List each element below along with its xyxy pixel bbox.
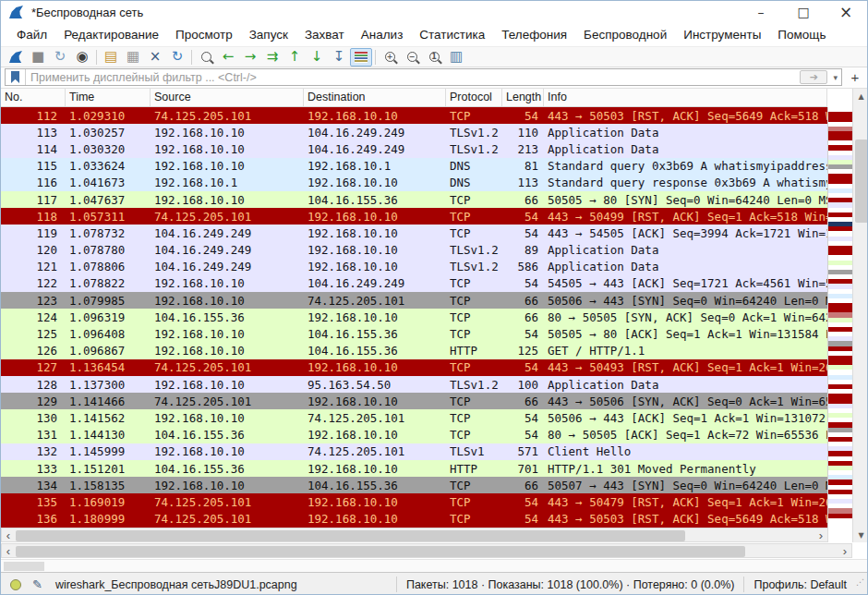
packet-row[interactable]: 1151.033624192.168.10.10192.168.10.1DNS8… [1,158,827,175]
packet-row[interactable]: 1321.145999192.168.10.1074.125.205.101TL… [1,443,827,460]
capture-options-icon[interactable]: ◉ [71,48,93,67]
go-to-packet-icon[interactable]: ⇉ [261,48,283,67]
menu-item-7[interactable]: Телефония [493,25,575,44]
packet-row[interactable]: 1351.16901974.125.205.101192.168.10.10TC… [1,493,827,510]
zoom-original-icon[interactable]: 1 [423,48,445,67]
packet-row[interactable]: 1231.079985192.168.10.1074.125.205.101TC… [1,292,827,309]
packet-row[interactable]: 1211.078806104.16.249.249192.168.10.10TL… [1,259,827,275]
packet-row[interactable]: 1361.18099974.125.205.101192.168.10.10TC… [1,511,827,528]
cell-time: 1.078780 [66,243,151,257]
vertical-scrollbar[interactable]: ▲ ▼ [852,89,868,542]
menu-item-0[interactable]: Файл [8,25,55,44]
filter-dropdown-caret[interactable]: ▾ [829,73,841,82]
minimize-button[interactable]: – [740,1,782,23]
horizontal-scroll-thumb[interactable] [16,546,745,557]
cell-dst: 104.16.155.36 [304,344,446,358]
save-file-icon[interactable]: ▦ [122,48,144,67]
packet-row[interactable]: 1121.02931074.125.205.101192.168.10.10TC… [1,107,827,124]
packet-row[interactable]: 1171.047637192.168.10.10104.16.155.36TCP… [1,191,827,208]
zoom-in-icon[interactable]: + [379,48,401,67]
cell-src: 74.125.205.101 [151,360,304,374]
cell-info: 50507 → 443 [SYN] Seq=0 Win=64240 Len=0 … [544,479,827,492]
capture-comment-icon[interactable]: ✎ [32,577,42,591]
packet-row[interactable]: 1281.137300192.168.10.1095.163.54.50TLSv… [1,376,827,393]
open-file-icon[interactable]: ▤ [100,48,122,67]
maximize-button[interactable]: □ [782,1,825,23]
find-packet-icon[interactable] [195,48,217,67]
resize-columns-icon[interactable]: ▥ [445,48,467,67]
scroll-right-arrow[interactable]: › [814,528,827,541]
packet-row[interactable]: 1261.096867192.168.10.10104.16.155.36HTT… [1,343,827,359]
packet-minimap-scrollbar[interactable] [827,107,852,528]
packet-row[interactable]: 1271.13645474.125.205.101192.168.10.10TC… [1,359,827,376]
autoscroll-icon[interactable]: ↧ [328,48,350,67]
go-forward-icon[interactable]: → [239,48,261,67]
column-header-length[interactable]: Length [502,89,544,106]
vertical-scroll-thumb[interactable] [855,140,868,223]
menu-item-5[interactable]: Анализ [353,25,412,44]
scroll-left-arrow[interactable]: ‹ [2,544,15,557]
scroll-down-arrow[interactable]: ▼ [853,528,868,542]
column-header-no[interactable]: No. [1,89,66,106]
cell-dst: 192.168.10.10 [304,243,446,257]
stop-capture-icon[interactable]: ■ [27,48,49,67]
menu-item-9[interactable]: Инструменты [675,25,769,44]
close-button[interactable]: × [825,1,867,23]
profile-selector[interactable]: Профиль: Default [744,577,856,593]
colorize-icon[interactable] [350,48,372,67]
packet-row[interactable]: 1301.141562192.168.10.1074.125.205.101TC… [1,409,827,426]
packet-row[interactable]: 1141.030320192.168.10.10104.16.249.249TL… [1,140,827,157]
menu-item-3[interactable]: Запуск [241,25,296,44]
scroll-left-arrow[interactable]: ‹ [2,528,15,541]
horizontal-scrollbar-list[interactable]: ‹ › [1,528,828,542]
close-file-icon[interactable]: × [144,48,166,67]
column-header-source[interactable]: Source [151,89,304,106]
packet-row[interactable]: 1331.151201104.16.155.36192.168.10.10HTT… [1,460,827,477]
horizontal-scrollbar-secondary[interactable]: ‹ › [1,543,852,558]
display-filter-input[interactable] [26,71,800,84]
packet-row[interactable]: 1181.05731174.125.205.101192.168.10.10TC… [1,208,827,225]
column-header-time[interactable]: Time [66,89,151,106]
column-header-protocol[interactable]: Protocol [446,89,502,106]
packet-row[interactable]: 1131.030257192.168.10.10104.16.249.249TL… [1,124,827,140]
cell-src: 192.168.10.10 [151,294,304,308]
cell-src: 74.125.205.101 [151,395,304,408]
packet-row[interactable]: 1291.14146674.125.205.101192.168.10.10TC… [1,393,827,409]
packet-row[interactable]: 1311.144130104.16.155.36192.168.10.10TCP… [1,427,827,443]
packet-row[interactable]: 1241.096319104.16.155.36192.168.10.10TCP… [1,309,827,325]
go-bottom-icon[interactable]: ↓ [306,48,328,67]
menu-item-10[interactable]: Помощь [769,25,834,44]
cell-src: 104.16.155.36 [151,428,304,442]
start-capture-icon[interactable] [5,48,27,67]
column-header-info[interactable]: Info [544,89,827,106]
horizontal-scroll-thumb[interactable] [16,530,685,541]
go-back-icon[interactable]: ← [217,48,239,67]
go-top-icon[interactable]: ↑ [283,48,306,67]
apply-filter-button[interactable]: ➔ [800,70,827,84]
packet-row[interactable]: 1201.078780104.16.249.249192.168.10.10TL… [1,242,827,259]
column-header-destination[interactable]: Destination [304,89,446,106]
packet-row[interactable]: 1191.078732104.16.249.249192.168.10.10TC… [1,225,827,241]
add-filter-button[interactable]: + [847,69,863,85]
zoom-out-icon[interactable]: − [401,48,423,67]
menu-item-8[interactable]: Беспроводной [575,25,675,44]
menu-item-4[interactable]: Захват [296,25,353,44]
menu-item-6[interactable]: Статистика [411,25,493,44]
packet-row[interactable]: 1221.078822192.168.10.10104.16.249.249TC… [1,275,827,292]
menu-item-2[interactable]: Просмотр [167,25,241,44]
cell-proto: TCP [446,411,502,425]
packet-row[interactable]: 1251.096408192.168.10.10104.16.155.36TCP… [1,325,827,342]
packet-row[interactable]: 1341.158135192.168.10.10104.16.155.36TCP… [1,477,827,493]
cell-time: 1.169019 [66,495,151,509]
scroll-right-arrow[interactable]: › [838,544,851,557]
restart-capture-icon[interactable]: ↻ [49,48,71,67]
reload-file-icon[interactable]: ↻ [166,48,188,67]
menu-item-1[interactable]: Редактирование [55,25,167,44]
packet-row[interactable]: 1161.041673192.168.10.1192.168.10.10DNS1… [1,175,827,191]
filter-bookmark-button[interactable] [6,69,26,85]
cell-time: 1.047637 [66,193,151,207]
expert-info-icon[interactable] [10,579,21,590]
resize-grip[interactable]: ⋰ [856,580,865,589]
scroll-up-arrow[interactable]: ▲ [853,89,868,103]
cell-proto: TLSv1.2 [446,243,502,257]
